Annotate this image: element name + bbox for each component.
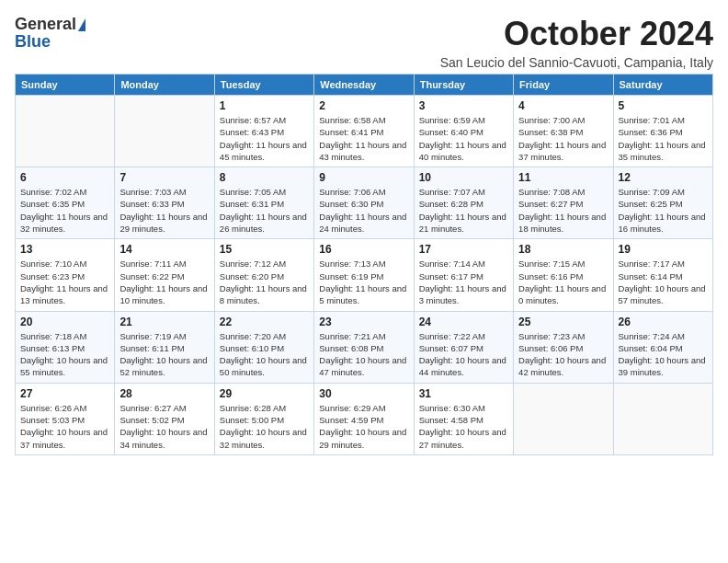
calendar-cell: 15Sunrise: 7:12 AMSunset: 6:20 PMDayligh…	[214, 239, 313, 311]
header-monday: Monday	[115, 75, 214, 96]
calendar-cell: 18Sunrise: 7:15 AMSunset: 6:16 PMDayligh…	[514, 239, 613, 311]
logo-triangle-icon	[78, 18, 85, 31]
header-saturday: Saturday	[613, 75, 712, 96]
day-info: Sunrise: 6:28 AMSunset: 5:00 PMDaylight:…	[220, 402, 309, 451]
day-number: 25	[518, 316, 608, 328]
day-number: 24	[419, 316, 508, 328]
calendar-cell: 7Sunrise: 7:03 AMSunset: 6:33 PMDaylight…	[115, 167, 214, 239]
week-row-4: 20Sunrise: 7:18 AMSunset: 6:13 PMDayligh…	[16, 311, 713, 383]
day-info: Sunrise: 7:24 AMSunset: 6:04 PMDaylight:…	[619, 330, 708, 379]
day-number: 26	[619, 316, 708, 328]
day-number: 1	[220, 99, 309, 112]
day-number: 10	[419, 171, 508, 184]
day-number: 19	[619, 243, 708, 256]
day-info: Sunrise: 6:57 AMSunset: 6:43 PMDaylight:…	[220, 114, 309, 163]
calendar-cell: 4Sunrise: 7:00 AMSunset: 6:38 PMDaylight…	[514, 96, 613, 167]
title-section: October 2024 San Leucio del Sannio-Cavuo…	[440, 15, 713, 70]
day-number: 23	[319, 316, 408, 328]
day-number: 16	[319, 243, 408, 256]
day-number: 4	[518, 99, 608, 112]
day-number: 9	[319, 171, 408, 184]
calendar-cell: 10Sunrise: 7:07 AMSunset: 6:28 PMDayligh…	[414, 167, 513, 239]
calendar-cell	[514, 383, 613, 454]
day-info: Sunrise: 7:13 AMSunset: 6:19 PMDaylight:…	[319, 258, 408, 306]
calendar-cell: 1Sunrise: 6:57 AMSunset: 6:43 PMDaylight…	[214, 96, 313, 167]
calendar-cell: 20Sunrise: 7:18 AMSunset: 6:13 PMDayligh…	[16, 311, 115, 383]
calendar-cell: 11Sunrise: 7:08 AMSunset: 6:27 PMDayligh…	[514, 167, 613, 239]
calendar-cell: 12Sunrise: 7:09 AMSunset: 6:25 PMDayligh…	[613, 167, 712, 239]
calendar-cell: 30Sunrise: 6:29 AMSunset: 4:59 PMDayligh…	[314, 383, 414, 454]
day-info: Sunrise: 7:12 AMSunset: 6:20 PMDaylight:…	[220, 258, 309, 306]
calendar-cell: 17Sunrise: 7:14 AMSunset: 6:17 PMDayligh…	[414, 239, 513, 311]
day-number: 28	[119, 387, 209, 400]
calendar-cell	[613, 383, 712, 454]
header-tuesday: Tuesday	[214, 75, 313, 96]
day-info: Sunrise: 7:00 AMSunset: 6:38 PMDaylight:…	[518, 114, 608, 163]
day-number: 21	[119, 316, 209, 328]
calendar-cell: 6Sunrise: 7:02 AMSunset: 6:35 PMDaylight…	[16, 167, 115, 239]
day-info: Sunrise: 7:11 AMSunset: 6:22 PMDaylight:…	[119, 258, 209, 306]
day-info: Sunrise: 6:27 AMSunset: 5:02 PMDaylight:…	[119, 402, 209, 451]
day-number: 31	[419, 387, 508, 400]
day-info: Sunrise: 7:18 AMSunset: 6:13 PMDaylight:…	[20, 330, 109, 379]
calendar-cell: 23Sunrise: 7:21 AMSunset: 6:08 PMDayligh…	[314, 311, 414, 383]
day-info: Sunrise: 7:23 AMSunset: 6:06 PMDaylight:…	[518, 330, 608, 379]
day-info: Sunrise: 7:19 AMSunset: 6:11 PMDaylight:…	[119, 330, 209, 379]
day-info: Sunrise: 6:29 AMSunset: 4:59 PMDaylight:…	[319, 402, 408, 451]
day-number: 13	[20, 243, 109, 256]
week-row-3: 13Sunrise: 7:10 AMSunset: 6:23 PMDayligh…	[16, 239, 713, 311]
calendar-cell: 9Sunrise: 7:06 AMSunset: 6:30 PMDaylight…	[314, 167, 414, 239]
calendar-cell: 3Sunrise: 6:59 AMSunset: 6:40 PMDaylight…	[414, 96, 513, 167]
header-sunday: Sunday	[16, 75, 115, 96]
day-number: 30	[319, 387, 408, 400]
calendar-cell	[115, 96, 214, 167]
calendar-cell: 16Sunrise: 7:13 AMSunset: 6:19 PMDayligh…	[314, 239, 414, 311]
header: General Blue October 2024 San Leucio del…	[15, 15, 713, 70]
calendar-cell: 14Sunrise: 7:11 AMSunset: 6:22 PMDayligh…	[115, 239, 214, 311]
day-info: Sunrise: 7:09 AMSunset: 6:25 PMDaylight:…	[619, 186, 708, 235]
day-info: Sunrise: 6:30 AMSunset: 4:58 PMDaylight:…	[419, 402, 508, 451]
header-thursday: Thursday	[414, 75, 513, 96]
calendar-cell: 22Sunrise: 7:20 AMSunset: 6:10 PMDayligh…	[214, 311, 313, 383]
day-number: 2	[319, 99, 408, 112]
day-number: 17	[419, 243, 508, 256]
day-number: 7	[119, 171, 209, 184]
header-wednesday: Wednesday	[314, 75, 414, 96]
logo: General Blue	[15, 15, 85, 52]
day-info: Sunrise: 7:22 AMSunset: 6:07 PMDaylight:…	[419, 330, 508, 379]
day-number: 11	[518, 171, 608, 184]
week-row-2: 6Sunrise: 7:02 AMSunset: 6:35 PMDaylight…	[16, 167, 713, 239]
calendar-cell: 25Sunrise: 7:23 AMSunset: 6:06 PMDayligh…	[514, 311, 613, 383]
day-info: Sunrise: 7:05 AMSunset: 6:31 PMDaylight:…	[220, 186, 309, 235]
calendar-cell: 21Sunrise: 7:19 AMSunset: 6:11 PMDayligh…	[115, 311, 214, 383]
calendar-table: Sunday Monday Tuesday Wednesday Thursday…	[15, 74, 713, 455]
calendar-cell: 8Sunrise: 7:05 AMSunset: 6:31 PMDaylight…	[214, 167, 313, 239]
day-info: Sunrise: 7:07 AMSunset: 6:28 PMDaylight:…	[419, 186, 508, 235]
day-info: Sunrise: 7:20 AMSunset: 6:10 PMDaylight:…	[220, 330, 309, 379]
day-info: Sunrise: 7:17 AMSunset: 6:14 PMDaylight:…	[619, 258, 708, 306]
day-info: Sunrise: 7:21 AMSunset: 6:08 PMDaylight:…	[319, 330, 408, 379]
month-title: October 2024	[440, 15, 713, 53]
day-number: 20	[20, 316, 109, 328]
week-row-5: 27Sunrise: 6:26 AMSunset: 5:03 PMDayligh…	[16, 383, 713, 454]
calendar-cell: 19Sunrise: 7:17 AMSunset: 6:14 PMDayligh…	[613, 239, 712, 311]
day-info: Sunrise: 7:15 AMSunset: 6:16 PMDaylight:…	[518, 258, 608, 306]
day-number: 3	[419, 99, 508, 112]
day-number: 15	[220, 243, 309, 256]
location-title: San Leucio del Sannio-Cavuoti, Campania,…	[440, 55, 713, 70]
day-info: Sunrise: 7:01 AMSunset: 6:36 PMDaylight:…	[619, 114, 708, 163]
day-number: 22	[220, 316, 309, 328]
logo-general: General	[15, 15, 76, 34]
day-info: Sunrise: 7:06 AMSunset: 6:30 PMDaylight:…	[319, 186, 408, 235]
day-number: 14	[119, 243, 209, 256]
day-number: 18	[518, 243, 608, 256]
logo-blue: Blue	[15, 32, 51, 52]
day-number: 5	[619, 99, 708, 112]
day-info: Sunrise: 6:59 AMSunset: 6:40 PMDaylight:…	[419, 114, 508, 163]
day-number: 6	[20, 171, 109, 184]
calendar-cell: 2Sunrise: 6:58 AMSunset: 6:41 PMDaylight…	[314, 96, 414, 167]
calendar-cell: 31Sunrise: 6:30 AMSunset: 4:58 PMDayligh…	[414, 383, 513, 454]
calendar-cell: 5Sunrise: 7:01 AMSunset: 6:36 PMDaylight…	[613, 96, 712, 167]
day-info: Sunrise: 6:26 AMSunset: 5:03 PMDaylight:…	[20, 402, 109, 451]
header-friday: Friday	[514, 75, 613, 96]
